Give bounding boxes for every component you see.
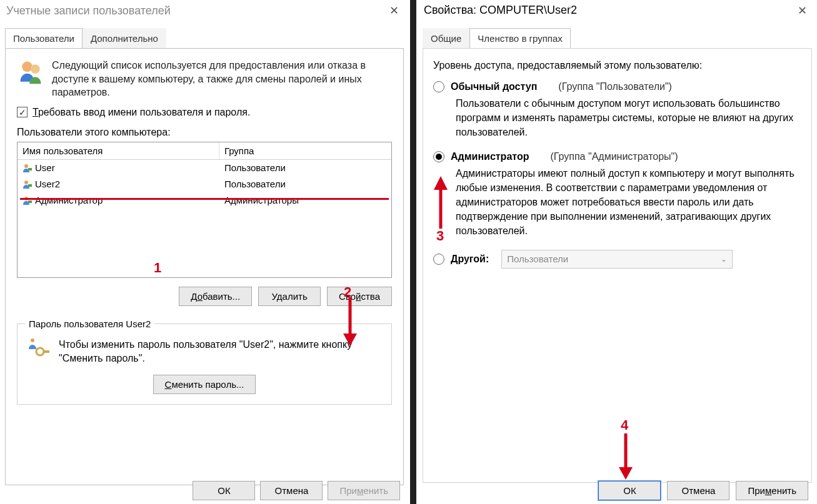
tabs: Общие Членство в группах [418, 27, 817, 48]
radio-admin[interactable] [433, 151, 444, 162]
radio-admin-desc: Администраторы имеют полный доступ к ком… [456, 166, 801, 239]
password-text: Чтобы изменить пароль пользователя "User… [59, 338, 384, 366]
user-icon [23, 180, 33, 189]
other-group-value: Пользователи [507, 254, 568, 264]
close-icon[interactable]: ✕ [386, 4, 403, 17]
remove-button[interactable]: Удалить [258, 287, 321, 306]
svg-point-2 [24, 164, 28, 168]
radio-admin-group: (Группа "Администраторы") [550, 151, 678, 162]
access-level-label: Уровень доступа, предоставляемый этому п… [433, 60, 801, 71]
svg-point-9 [36, 348, 44, 355]
window-title: Свойства: COMPUTER\User2 [424, 4, 577, 17]
svg-point-1 [31, 64, 40, 74]
info-text: Следующий список используется для предос… [52, 59, 394, 99]
cancel-button[interactable]: Отмена [667, 481, 729, 500]
ok-button[interactable]: ОК [193, 481, 255, 500]
apply-button[interactable]: Применить [736, 481, 808, 500]
svg-rect-5 [28, 184, 32, 187]
tab-general[interactable]: Общие [423, 28, 469, 49]
tab-membership[interactable]: Членство в группах [469, 28, 570, 49]
tabs: Пользователи Дополнительно [0, 27, 409, 48]
window-title: Учетные записи пользователей [6, 4, 171, 17]
table-row[interactable]: User2 Пользователи [18, 176, 391, 192]
password-groupbox: Пароль пользователя User2 Чтобы изменить… [17, 319, 392, 405]
user-accounts-window: Учетные записи пользователей ✕ Пользоват… [0, 0, 409, 504]
selection-highlight [20, 198, 389, 200]
radio-standard-desc: Пользователи с обычным доступом могут ис… [456, 96, 801, 140]
radio-standard-group: (Группа "Пользователи") [558, 81, 672, 92]
user-icon [23, 164, 33, 172]
table-row[interactable]: User Пользователи [18, 160, 391, 176]
password-legend: Пароль пользователя User2 [25, 319, 154, 329]
table-header: Имя пользователя Группа [18, 142, 391, 160]
table-row[interactable]: Администратор Администраторы [18, 192, 391, 209]
other-group-combo[interactable]: Пользователи ⌄ [501, 250, 733, 269]
require-credentials-label: Требовать ввод имени пользователя и паро… [33, 107, 250, 118]
tab-panel-membership: Уровень доступа, предоставляемый этому п… [423, 48, 812, 483]
user-properties-window: Свойства: COMPUTER\User2 ✕ Общие Членств… [418, 0, 817, 504]
svg-point-8 [31, 338, 34, 342]
titlebar: Свойства: COMPUTER\User2 ✕ [418, 0, 817, 22]
properties-button[interactable]: Свойства [327, 287, 392, 306]
close-icon[interactable]: ✕ [794, 4, 811, 17]
ok-button[interactable]: ОК [598, 481, 661, 500]
col-username[interactable]: Имя пользователя [18, 142, 219, 159]
tab-panel-users: Следующий список используется для предос… [5, 48, 404, 485]
add-button[interactable]: Добавить... [179, 287, 252, 306]
radio-other[interactable] [433, 254, 444, 265]
svg-rect-10 [43, 350, 49, 353]
apply-button[interactable]: Применить [328, 481, 400, 500]
user-list-label: Пользователи этого компьютера: [17, 127, 394, 138]
svg-rect-7 [28, 200, 32, 203]
svg-point-4 [24, 180, 28, 184]
radio-standard-title: Обычный доступ [451, 81, 537, 92]
radio-standard[interactable] [433, 81, 444, 92]
change-password-button[interactable]: Сменить пароль... [153, 375, 256, 394]
tab-users[interactable]: Пользователи [5, 28, 83, 49]
cancel-button[interactable]: Отмена [260, 481, 323, 500]
radio-other-title: Другой: [451, 254, 489, 265]
chevron-down-icon: ⌄ [721, 255, 727, 264]
require-credentials-checkbox[interactable] [17, 107, 28, 117]
radio-admin-title: Администратор [451, 151, 529, 162]
users-icon [17, 59, 44, 86]
window-divider [409, 0, 418, 504]
titlebar: Учетные записи пользователей ✕ [0, 0, 409, 24]
svg-point-0 [22, 62, 33, 72]
user-table[interactable]: Имя пользователя Группа User Пользовател… [17, 142, 392, 278]
tab-advanced[interactable]: Дополнительно [83, 28, 166, 49]
svg-rect-3 [28, 168, 32, 170]
key-icon [25, 338, 50, 360]
col-group[interactable]: Группа [219, 142, 391, 159]
